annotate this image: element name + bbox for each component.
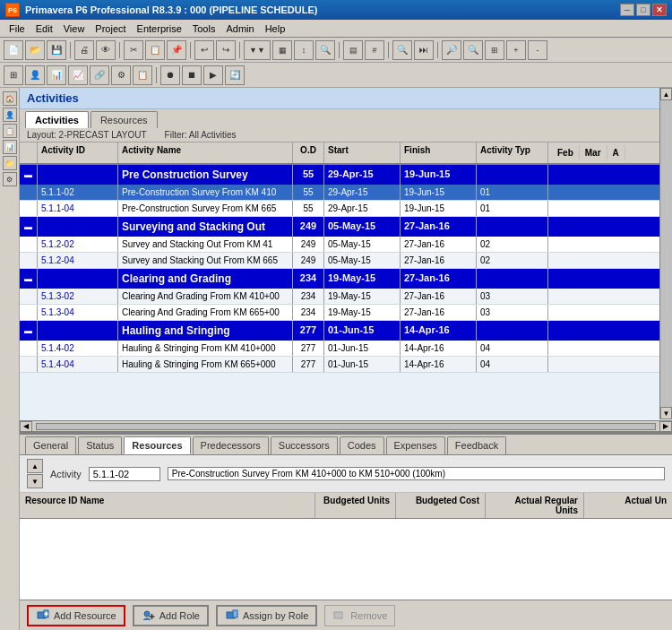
right-scrollbar[interactable]: ▲ ▼ — [659, 88, 672, 419]
paste-button[interactable]: 📌 — [167, 40, 186, 60]
menu-project[interactable]: Project — [90, 22, 131, 36]
group-row-clearing[interactable]: ▬ Clearing and Grading 234 19-May-15 27-… — [20, 269, 672, 289]
col-header-finish[interactable]: Finish — [401, 142, 477, 163]
nav-down-btn[interactable]: ▼ — [27, 474, 43, 488]
menu-admin[interactable]: Admin — [220, 22, 259, 36]
h-scroll-left[interactable]: ◀ — [20, 421, 32, 432]
tb2-btn5[interactable]: 🔗 — [90, 65, 109, 85]
data-row-5144[interactable]: 5.1.4-04 Hauling & Stringing From KM 665… — [20, 357, 672, 373]
tab-codes[interactable]: Codes — [340, 436, 384, 454]
v-scroll-track[interactable] — [660, 100, 672, 407]
data-row-5112[interactable]: 5.1.1-02 Pre-Construction Survey From KM… — [20, 185, 672, 201]
minimize-button[interactable]: ─ — [620, 4, 634, 16]
data-row-5114[interactable]: 5.1.1-04 Pre-Construction Survey From KM… — [20, 201, 672, 217]
find-next[interactable]: ⏭ — [414, 40, 434, 60]
fit-btn[interactable]: ⊞ — [485, 40, 504, 60]
tab-successors[interactable]: Successors — [271, 436, 338, 454]
menu-view[interactable]: View — [58, 22, 90, 36]
copy-button[interactable]: 📋 — [145, 40, 165, 60]
v-scroll-up[interactable]: ▲ — [660, 88, 672, 100]
undo-button[interactable]: ↩ — [194, 40, 214, 60]
menu-edit[interactable]: Edit — [30, 22, 58, 36]
maximize-button[interactable]: □ — [636, 4, 650, 16]
tab-feedback[interactable]: Feedback — [447, 436, 506, 454]
table-body[interactable]: ▬ Pre Construction Survey 55 29-Apr-15 1… — [20, 165, 672, 420]
data-row-5124[interactable]: 5.1.2-04 Survey and Stacking Out From KM… — [20, 253, 672, 269]
data-row-5142[interactable]: 5.1.4-02 Hauling & Stringing From KM 410… — [20, 341, 672, 357]
tb2-btn3[interactable]: 📊 — [47, 65, 66, 85]
menu-tools[interactable]: Tools — [187, 22, 221, 36]
sort-btn[interactable]: ↕ — [294, 40, 314, 60]
res-col-bcost-header[interactable]: Budgeted Cost — [396, 493, 486, 518]
tab-resources[interactable]: Resources — [124, 436, 190, 454]
tab-activities[interactable]: Activities — [25, 111, 89, 128]
tb2-btn10[interactable]: ▶ — [203, 65, 223, 85]
save-button[interactable]: 💾 — [47, 40, 66, 60]
group-expand-1[interactable]: ▬ — [20, 165, 38, 185]
nav-icon-4[interactable]: 📊 — [3, 140, 17, 154]
filter2-btn[interactable]: 🔍 — [315, 40, 335, 60]
tab-general[interactable]: General — [25, 436, 76, 454]
new-button[interactable]: 📄 — [4, 40, 23, 60]
res-col-name-header[interactable]: Resource ID Name — [20, 493, 315, 518]
group-expand-3[interactable]: ▬ — [20, 269, 38, 289]
tb2-btn9[interactable]: ⏹ — [182, 65, 202, 85]
tb2-btn2[interactable]: 👤 — [25, 65, 45, 85]
redo-button[interactable]: ↪ — [216, 40, 236, 60]
group-expand-4[interactable]: ▬ — [20, 321, 38, 341]
tab-resources[interactable]: Resources — [90, 111, 158, 128]
zoom-out[interactable]: 🔍 — [463, 40, 483, 60]
bars-btn[interactable]: # — [365, 40, 384, 60]
tab-expenses[interactable]: Expenses — [386, 436, 445, 454]
tb2-btn1[interactable]: ⊞ — [4, 65, 23, 85]
group-row-survey[interactable]: ▬ Surveying and Stacking Out 249 05-May-… — [20, 217, 672, 237]
nav-icon-5[interactable]: 📁 — [3, 156, 17, 170]
group-row-hauling[interactable]: ▬ Hauling and Sringing 277 01-Jun-15 14-… — [20, 321, 672, 341]
horizontal-scrollbar[interactable]: ◀ ▶ — [20, 420, 672, 431]
filter-btn[interactable]: ▼▼ — [244, 40, 271, 60]
data-row-5134[interactable]: 5.1.3-04 Clearing And Grading From KM 66… — [20, 305, 672, 321]
open-button[interactable]: 📂 — [25, 40, 45, 60]
add-role-button[interactable]: Add Role — [133, 605, 209, 626]
tab-predecessors[interactable]: Predecessors — [193, 436, 269, 454]
col-header-type[interactable]: Activity Typ — [477, 142, 548, 163]
col-header-od[interactable]: O.D — [293, 142, 324, 163]
nav-up-btn[interactable]: ▲ — [27, 459, 43, 473]
tb2-btn6[interactable]: ⚙ — [111, 65, 131, 85]
add-resource-button[interactable]: Add Resource — [27, 605, 125, 626]
data-row-5122[interactable]: 5.1.2-02 Survey and Stacking Out From KM… — [20, 237, 672, 253]
res-col-actual-header[interactable]: Actual Regular Units — [486, 493, 584, 518]
col-header-start[interactable]: Start — [324, 142, 401, 163]
v-scroll-down[interactable]: ▼ — [660, 407, 672, 419]
search-btn[interactable]: 🔍 — [392, 40, 412, 60]
nav-icon-6[interactable]: ⚙ — [3, 172, 17, 186]
expand-all[interactable]: + — [506, 40, 526, 60]
group-row-preconstr[interactable]: ▬ Pre Construction Survey 55 29-Apr-15 1… — [20, 165, 672, 185]
tb2-btn11[interactable]: 🔄 — [225, 65, 245, 85]
tab-status[interactable]: Status — [78, 436, 122, 454]
columns-btn[interactable]: ▤ — [343, 40, 363, 60]
close-button[interactable]: ✕ — [652, 4, 667, 16]
tb2-btn7[interactable]: 📋 — [133, 65, 152, 85]
col-header-name[interactable]: Activity Name — [118, 142, 293, 163]
h-scroll-right[interactable]: ▶ — [659, 421, 672, 432]
nav-icon-2[interactable]: 👤 — [3, 108, 17, 122]
menu-file[interactable]: File — [4, 22, 30, 36]
menu-enterprise[interactable]: Enterprise — [132, 22, 187, 36]
nav-icon-1[interactable]: 🏠 — [3, 91, 17, 106]
menu-help[interactable]: Help — [260, 22, 291, 36]
res-col-budgeted-header[interactable]: Budgeted Units — [315, 493, 396, 518]
activity-desc-input[interactable] — [168, 467, 665, 480]
nav-icon-3[interactable]: 📋 — [3, 124, 17, 138]
group-expand-2[interactable]: ▬ — [20, 217, 38, 237]
print-preview[interactable]: 👁 — [96, 40, 116, 60]
activity-id-input[interactable] — [89, 467, 160, 481]
group-btn[interactable]: ▦ — [272, 40, 292, 60]
tb2-btn4[interactable]: 📈 — [68, 65, 88, 85]
res-col-actun-header[interactable]: Actual Un — [584, 493, 672, 518]
assign-by-role-button[interactable]: Assign by Role — [216, 605, 317, 626]
col-header-id[interactable]: Activity ID — [38, 142, 118, 163]
zoom-in[interactable]: 🔎 — [442, 40, 461, 60]
h-scroll-track[interactable] — [36, 423, 656, 430]
print-button[interactable]: 🖨 — [74, 40, 94, 60]
